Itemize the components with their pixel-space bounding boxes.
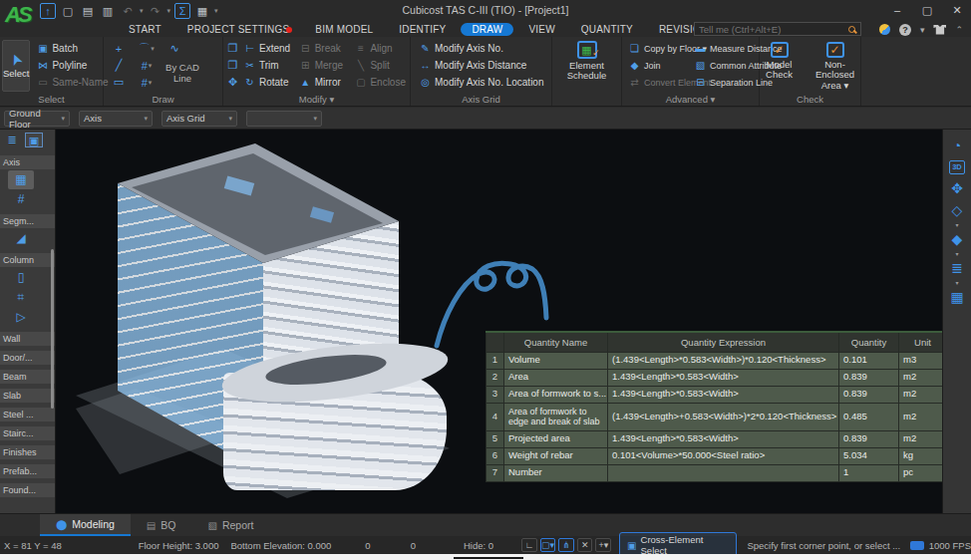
sidebar-group-steel[interactable]: Steel ... bbox=[0, 408, 55, 421]
chevron-down-icon[interactable]: ▾ bbox=[955, 222, 958, 229]
theme-palette-icon[interactable] bbox=[879, 24, 890, 35]
sidebar-group-axis[interactable]: Axis bbox=[0, 155, 55, 169]
shaded-view-icon[interactable]: ◆ bbox=[943, 229, 971, 251]
paste-format-icon[interactable]: ❐ bbox=[225, 57, 240, 74]
header-quantity[interactable]: Quantity bbox=[839, 332, 899, 352]
ortho-mode-icon[interactable]: ∟ bbox=[521, 538, 537, 552]
chevron-down-icon[interactable]: ▾ bbox=[955, 280, 958, 287]
draw-nodeline-button[interactable]: ∿ bbox=[162, 40, 187, 57]
segment-tool-icon[interactable]: ◢ bbox=[8, 229, 34, 248]
skin-icon[interactable] bbox=[933, 25, 946, 35]
batch-select-button[interactable]: ▣Batch bbox=[34, 40, 110, 57]
minimize-button[interactable]: – bbox=[889, 4, 905, 16]
batch-grid-icon[interactable]: ▦ bbox=[943, 287, 971, 309]
table-row[interactable]: 1 Volume (1.439<Length>*0.583<Width>)*0.… bbox=[486, 352, 943, 369]
same-name-select-button[interactable]: ▭Same-Name bbox=[34, 74, 110, 91]
extra-dropdown[interactable]: ▾ bbox=[246, 111, 322, 127]
node-snap-icon[interactable]: ⋔ bbox=[558, 538, 574, 552]
layers-icon[interactable]: ≣ bbox=[943, 258, 971, 280]
sidebar-group-foundation[interactable]: Found... bbox=[0, 483, 55, 497]
floor-dropdown[interactable]: Ground Floor▾ bbox=[4, 111, 70, 127]
enclose-button[interactable]: ▢Enclose bbox=[352, 74, 408, 91]
tell-me-search[interactable] bbox=[694, 22, 861, 36]
element-dropdown[interactable]: Axis Grid▾ bbox=[162, 111, 237, 127]
wireframe-view-icon[interactable]: ◇ bbox=[943, 200, 971, 222]
rotate-button[interactable]: ↻Rotate bbox=[241, 74, 296, 91]
model-check-button[interactable]: ✓ Model Check bbox=[758, 40, 802, 93]
break-button[interactable]: ⊟Break bbox=[297, 40, 352, 57]
sidebar-scrollbar[interactable] bbox=[51, 249, 54, 409]
by-cad-line-button[interactable]: By CAD Line bbox=[162, 57, 203, 91]
join-button[interactable]: ◆Join bbox=[626, 57, 688, 74]
open-folder-icon[interactable]: ▤ bbox=[80, 3, 96, 19]
sidebar-group-segment[interactable]: Segm... bbox=[0, 214, 55, 228]
tab-identify[interactable]: IDENTIFY bbox=[388, 23, 457, 36]
axis-grid-tool-icon[interactable]: ▦ bbox=[8, 170, 34, 189]
add-snap-icon[interactable]: +▾ bbox=[595, 538, 611, 552]
tab-project-settings[interactable]: PROJECT SETTINGS bbox=[176, 23, 300, 36]
merge-button[interactable]: ⊞Merge bbox=[297, 57, 352, 74]
table-row[interactable]: 5 Projected area 1.439<Length>*0.583<Wid… bbox=[486, 430, 943, 447]
draw-rect-button[interactable]: ▭ bbox=[106, 74, 132, 91]
draw-arc-button[interactable]: ⌒▾ bbox=[134, 40, 160, 57]
table-row[interactable]: 7 Number 1 pc bbox=[486, 464, 943, 481]
summation-icon[interactable]: Σ bbox=[174, 3, 190, 19]
table-row[interactable]: 3 Area of formwork to s... 1.439<Length>… bbox=[486, 386, 943, 403]
region-select-icon[interactable]: ▢▾ bbox=[540, 538, 556, 552]
tab-start[interactable]: START bbox=[118, 23, 172, 36]
sidebar-group-wall[interactable]: Wall bbox=[0, 332, 55, 346]
separation-line-button[interactable]: ⊟Separation Line bbox=[692, 74, 760, 91]
modify-axis-no-button[interactable]: ✎Modify Axis No. bbox=[417, 40, 549, 57]
draw-grid2-button[interactable]: #▾ bbox=[134, 74, 160, 91]
app-logo[interactable]: AS bbox=[5, 2, 37, 34]
draw-point-button[interactable]: + bbox=[106, 40, 132, 57]
element-schedule-button[interactable]: Element Schedule bbox=[556, 61, 618, 82]
sidebar-group-prefab[interactable]: Prefab... bbox=[0, 464, 55, 478]
toolbar-overflow-caret-icon[interactable]: ▾ bbox=[214, 7, 218, 15]
tab-quantity[interactable]: QUANTITY bbox=[570, 23, 644, 36]
group-label-advanced[interactable]: Advanced ▾ bbox=[622, 94, 759, 105]
element-list-icon[interactable]: ≣ bbox=[3, 133, 21, 147]
convert-element-button[interactable]: ⇄Convert Element bbox=[626, 74, 688, 91]
modify-axis-distance-button[interactable]: ↔Modify Axis Distance bbox=[417, 57, 549, 74]
save-icon[interactable]: ▥ bbox=[100, 3, 116, 19]
header-unit[interactable]: Unit bbox=[899, 332, 943, 352]
mirror-button[interactable]: ▲Mirror bbox=[297, 74, 352, 91]
copy-by-floor-button[interactable]: ❏Copy by Floor ▾ bbox=[626, 40, 688, 57]
measure-distance-button[interactable]: ▬Measure Distance bbox=[692, 40, 760, 57]
table-row[interactable]: 6 Weight of rebar 0.101<Volume>*50.000<S… bbox=[486, 447, 943, 464]
help-icon[interactable]: ? bbox=[899, 24, 911, 36]
common-attribute-button[interactable]: ▧Common Attribute bbox=[692, 57, 760, 74]
column-shape-tool-icon[interactable]: ▷ bbox=[8, 308, 34, 327]
header-quantity-name[interactable]: Quantity Name bbox=[504, 332, 608, 352]
orbit-view-icon[interactable]: ◔ bbox=[943, 136, 971, 157]
select-button[interactable]: ➤ Select bbox=[2, 40, 30, 92]
tab-report[interactable]: ▧Report bbox=[191, 514, 269, 536]
split-button[interactable]: ╲Split bbox=[352, 57, 408, 74]
header-quantity-expression[interactable]: Quantity Expression bbox=[608, 332, 839, 352]
copy-format-icon[interactable]: ❐ bbox=[225, 40, 240, 57]
sidebar-group-beam[interactable]: Beam bbox=[0, 370, 55, 384]
new-file-icon[interactable]: ▢ bbox=[60, 3, 76, 19]
sidebar-group-column[interactable]: Column bbox=[0, 253, 55, 267]
tab-bim-model[interactable]: BIM MODEL bbox=[304, 23, 384, 36]
sidebar-group-staircase[interactable]: Stairc... bbox=[0, 426, 55, 440]
sidebar-group-slab[interactable]: Slab bbox=[0, 389, 55, 403]
draw-grid-button[interactable]: #▾ bbox=[134, 57, 160, 74]
polyline-select-button[interactable]: ⋈Polyline bbox=[34, 57, 110, 74]
tab-view[interactable]: VIEW bbox=[517, 23, 565, 36]
extend-button[interactable]: ⊢Extend bbox=[241, 40, 296, 57]
redo-icon[interactable]: ↷ bbox=[148, 3, 163, 19]
undo-icon[interactable]: ↶ bbox=[120, 3, 136, 19]
close-button[interactable]: ✕ bbox=[949, 4, 965, 17]
bim-building-model[interactable] bbox=[76, 141, 450, 498]
modify-axis-location-button[interactable]: ◎Modify Axis No. Location bbox=[417, 74, 549, 91]
view-3d-icon[interactable]: 3D bbox=[949, 160, 965, 174]
redo-caret-icon[interactable]: ▾ bbox=[167, 7, 171, 15]
element-schedule-icon[interactable]: ▦ bbox=[577, 41, 597, 59]
table-row[interactable]: 4 Area of formwork to edge and break of … bbox=[486, 403, 943, 430]
undo-caret-icon[interactable]: ▾ bbox=[140, 7, 144, 15]
search-icon[interactable] bbox=[848, 26, 855, 33]
chevron-down-icon[interactable]: ▾ bbox=[955, 251, 958, 258]
align-button[interactable]: ≡Align bbox=[352, 40, 408, 57]
